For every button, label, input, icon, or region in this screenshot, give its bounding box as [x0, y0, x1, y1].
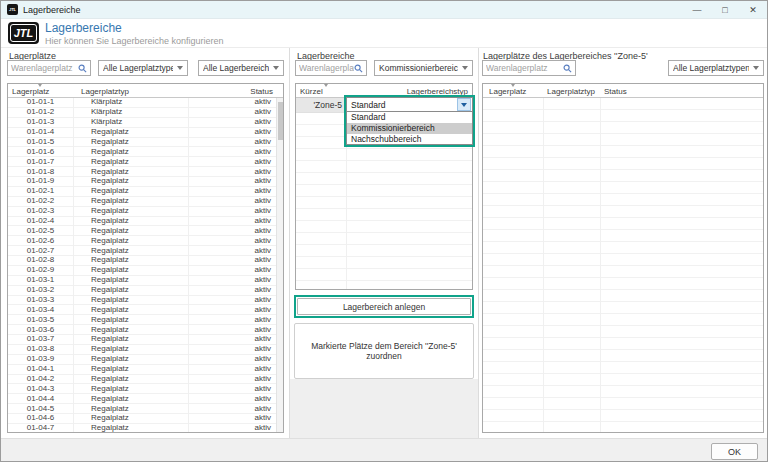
lagerplaetze-table: Lagerplatz Lagerplatztyp Status 01-01-1K… — [7, 83, 284, 433]
column-header-lagerplatztyp[interactable]: Lagerplatztyp — [543, 87, 600, 96]
cell: Regalplatz — [73, 168, 188, 176]
left-table-scrollbar[interactable] — [276, 98, 283, 432]
maximize-button[interactable]: □ — [711, 1, 739, 18]
cell: aktiv — [188, 256, 276, 264]
table-row[interactable]: 01-03-5Regalplatzaktiv — [8, 315, 276, 325]
table-row[interactable]: 01-04-3Regalplatzaktiv — [8, 384, 276, 394]
table-row[interactable]: 01-04-7Regalplatzaktiv — [8, 424, 276, 432]
cell: 01-03-6 — [8, 326, 73, 334]
cell: aktiv — [188, 395, 276, 403]
empty-row — [296, 221, 472, 233]
column-header-status[interactable]: Status — [188, 87, 283, 96]
cell: Regalplatz — [73, 138, 188, 146]
right-search-input[interactable] — [486, 63, 563, 73]
cell: Regalplatz — [73, 217, 188, 225]
cell: Klärplatz — [73, 108, 188, 116]
empty-row — [483, 302, 763, 314]
cell: aktiv — [188, 148, 276, 156]
empty-row — [483, 398, 763, 410]
column-divider — [543, 98, 544, 432]
cell: 01-04-1 — [8, 365, 73, 373]
middle-search[interactable] — [295, 60, 367, 76]
combobox-arrow-button[interactable] — [457, 98, 471, 111]
scrollbar-thumb[interactable] — [278, 102, 283, 140]
cell: Regalplatz — [73, 227, 188, 235]
cell: 01-02-9 — [8, 266, 73, 274]
left-search[interactable] — [7, 60, 91, 76]
dialog-footer: OK — [1, 438, 767, 462]
column-header-status[interactable]: Status — [600, 87, 763, 96]
combobox-selected-value: Standard — [351, 100, 457, 110]
titlebar[interactable]: JTL Lagerbereiche — □ ✕ — [1, 1, 767, 19]
cell: aktiv — [188, 316, 276, 324]
empty-row — [483, 350, 763, 362]
empty-row — [296, 161, 472, 173]
cell: 01-02-1 — [8, 187, 73, 195]
cell: Regalplatz — [73, 424, 188, 432]
table-row[interactable]: 01-02-6Regalplatzaktiv — [8, 236, 276, 246]
app-icon-text: JTL — [9, 7, 16, 12]
search-icon — [354, 64, 363, 73]
empty-row — [296, 233, 472, 245]
cell: 01-02-8 — [8, 256, 73, 264]
cell-kuerzel: 'Zone-5 — [296, 98, 346, 113]
table-row[interactable]: 01-04-2Regalplatzaktiv — [8, 375, 276, 385]
cell: Regalplatz — [73, 158, 188, 166]
column-divider — [73, 98, 74, 432]
cell: 01-01-5 — [8, 138, 73, 146]
table-row[interactable]: 01-01-7Regalplatzaktiv — [8, 157, 276, 167]
cell: Regalplatz — [73, 395, 188, 403]
middle-search-input[interactable] — [299, 63, 354, 73]
left-area-filter-dropdown[interactable]: Alle Lagerbereiche — [198, 60, 284, 76]
table-row[interactable]: 01-01-6Regalplatzaktiv — [8, 147, 276, 157]
ok-button[interactable]: OK — [711, 443, 758, 460]
cell: aktiv — [188, 266, 276, 274]
cell: 01-02-2 — [8, 197, 73, 205]
cell: aktiv — [188, 207, 276, 215]
right-search[interactable] — [482, 60, 576, 76]
cell: aktiv — [188, 158, 276, 166]
chevron-down-icon — [462, 66, 468, 70]
combo-dropdown-list: StandardKommissionierbereichNachschubber… — [346, 112, 473, 145]
left-type-filter-dropdown[interactable]: Alle Lagerplatztypen — [98, 60, 188, 76]
combo-option[interactable]: Kommissionierbereich — [347, 123, 472, 134]
empty-row — [483, 410, 763, 422]
left-search-input[interactable] — [11, 63, 78, 73]
lagerbereich-anlegen-button[interactable]: Lagerbereich anlegen — [297, 298, 471, 315]
cell: 01-01-7 — [8, 158, 73, 166]
column-header-kuerzel[interactable]: Kürzel — [296, 87, 346, 96]
table-row[interactable]: 01-01-5Regalplatzaktiv — [8, 138, 276, 148]
assign-places-button[interactable]: Markierte Plätze dem Bereich ''Zone-5' z… — [294, 323, 474, 379]
search-icon — [563, 64, 572, 73]
table-row[interactable]: 01-03-3Regalplatzaktiv — [8, 296, 276, 306]
panel-separator — [478, 48, 479, 438]
sort-indicator-icon — [324, 84, 328, 87]
table-row[interactable]: 01-02-4Regalplatzaktiv — [8, 217, 276, 227]
lagerbereiche-window: JTL Lagerbereiche — □ ✕ JTL Lagerbereich… — [0, 0, 768, 462]
empty-row — [483, 326, 763, 338]
cell: Regalplatz — [73, 414, 188, 422]
combo-option[interactable]: Standard — [347, 112, 472, 123]
table-row[interactable]: 01-02-5Regalplatzaktiv — [8, 226, 276, 236]
column-header-lagerplatz[interactable]: Lagerplatz — [8, 87, 73, 96]
table-row[interactable]: 01-04-4Regalplatzaktiv — [8, 394, 276, 404]
close-button[interactable]: ✕ — [739, 1, 767, 18]
middle-type-filter-dropdown[interactable]: Kommissionierbereich — [374, 60, 473, 76]
minimize-button[interactable]: — — [683, 1, 711, 18]
window-title: Lagerbereiche — [23, 5, 81, 15]
cell: Regalplatz — [73, 365, 188, 373]
table-row[interactable]: 01-03-4Regalplatzaktiv — [8, 305, 276, 315]
column-header-lagerplatz[interactable]: Lagerplatz — [483, 87, 543, 96]
cell: Regalplatz — [73, 296, 188, 304]
cell: aktiv — [188, 168, 276, 176]
cell: Regalplatz — [73, 197, 188, 205]
left-table-rows: 01-01-1Klärplatzaktiv01-01-2Klärplatzakt… — [8, 98, 276, 432]
combobox-selected[interactable]: Standard — [346, 97, 473, 112]
combo-option[interactable]: Nachschubbereich — [347, 134, 472, 145]
page-subtitle: Hier können Sie Lagerbereiche konfigurie… — [45, 36, 224, 46]
right-type-filter-dropdown[interactable]: Alle Lagerplatztypen — [668, 60, 764, 76]
column-header-lagerplatztyp[interactable]: Lagerplatztyp — [73, 87, 188, 96]
left-type-filter-value: Alle Lagerplatztypen — [103, 63, 173, 73]
cell: aktiv — [188, 424, 276, 432]
cell: 01-03-5 — [8, 316, 73, 324]
